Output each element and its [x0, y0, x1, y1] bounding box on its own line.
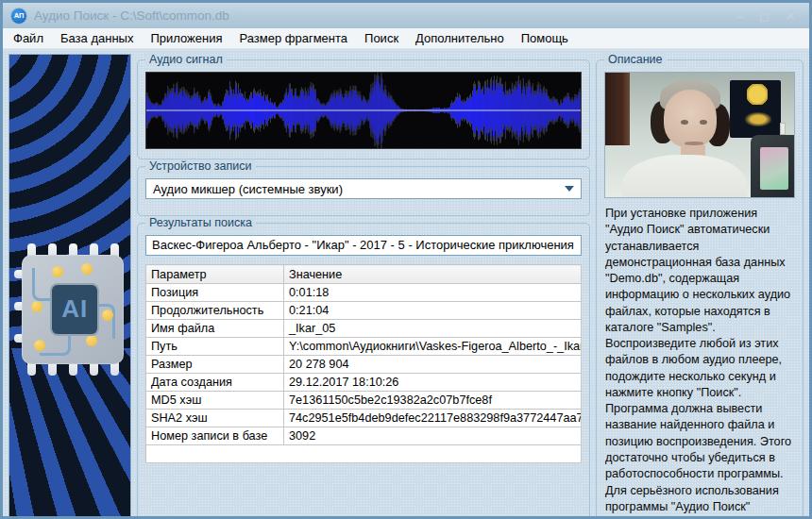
title-bar: АП Аудио Поиск - C:\Soft\common.db – ◻ ✕ [3, 3, 809, 28]
photo-face [664, 90, 717, 147]
table-row[interactable]: Имя файла _Ikar_05 [146, 320, 582, 338]
menu-extra[interactable]: Дополнительно [407, 29, 513, 47]
menu-bar: Файл База данных Приложения Размер фрагм… [3, 28, 809, 49]
right-column: Описание [596, 54, 804, 519]
content-area: AI Аудио сигнал Устройство записи [3, 49, 809, 519]
results-table: Параметр Значение Позиция 0:01:18 Продол… [145, 264, 582, 463]
description-group: Описание [596, 59, 804, 519]
photo-door [605, 73, 630, 145]
ai-chip-label: AI [52, 285, 97, 333]
table-filler-row [146, 445, 582, 463]
app-icon: АП [10, 8, 27, 25]
found-title-field[interactable]: Васкес-Фигероа Альберто - "Икар" - 2017 … [145, 235, 582, 256]
description-text: При установке приложения "Аудио Поиск" а… [604, 206, 795, 519]
audio-signal-label: Аудио сигнал [145, 53, 227, 66]
maximize-button[interactable]: ◻ [759, 9, 770, 23]
photo-device-screen [760, 147, 788, 190]
photo-shirt [622, 155, 747, 198]
photo-light-switch [780, 123, 786, 135]
table-row[interactable]: Номер записи в базе 3092 [146, 427, 582, 445]
recording-device-value: Аудио микшер (системные звуки) [153, 182, 343, 196]
table-row[interactable]: Размер 20 278 904 [146, 356, 582, 374]
audio-signal-group: Аудио сигнал [137, 59, 590, 159]
table-row[interactable]: Продолжительность 0:21:04 [146, 302, 582, 320]
table-row[interactable]: MD5 хэш 7e1361150c5be2c19382a2c07b7fce8f [146, 392, 582, 410]
menu-fragment-size[interactable]: Размер фрагмента [230, 29, 356, 47]
waveform-svg [146, 73, 581, 148]
app-window: АП Аудио Поиск - C:\Soft\common.db – ◻ ✕… [0, 0, 812, 519]
waveform-display [145, 72, 582, 149]
table-row[interactable]: SHA2 хэш 74c2951e5fb4deb9defec22117e8832… [146, 410, 582, 427]
menu-database[interactable]: База данных [52, 29, 142, 47]
webcam-photo [604, 72, 795, 198]
window-title: Аудио Поиск - C:\Soft\common.db [34, 8, 229, 23]
menu-file[interactable]: Файл [5, 29, 52, 47]
recording-device-group: Устройство записи Аудио микшер (системны… [137, 166, 590, 216]
chevron-down-icon [565, 186, 574, 192]
table-row[interactable]: Путь Y:\common\Аудиокниги\Vaskes-Figeroa… [146, 338, 582, 356]
param-header: Параметр [146, 265, 284, 284]
table-header-row: Параметр Значение [146, 265, 582, 284]
search-results-label: Результаты поиска [145, 216, 256, 229]
menu-applications[interactable]: Приложения [142, 29, 230, 47]
menu-help[interactable]: Помощь [513, 29, 577, 47]
menu-search[interactable]: Поиск [356, 29, 407, 47]
description-label: Описание [604, 53, 667, 66]
recording-device-label: Устройство записи [145, 159, 256, 173]
recording-device-select[interactable]: Аудио микшер (системные звуки) [145, 178, 582, 199]
table-row[interactable]: Позиция 0:01:18 [146, 284, 582, 302]
main-column: Аудио сигнал Устройство записи Аудио мик… [137, 54, 590, 519]
search-results-group: Результаты поиска Васкес-Фигероа Альберт… [137, 223, 590, 519]
value-header: Значение [284, 265, 582, 284]
table-row[interactable]: Дата создания 29.12.2017 18:10:26 [146, 374, 582, 392]
minimize-button[interactable]: – [736, 9, 744, 23]
ai-art-panel: AI [8, 54, 131, 519]
close-button[interactable]: ✕ [785, 9, 796, 23]
ai-chip-graphic: AI [14, 243, 127, 376]
